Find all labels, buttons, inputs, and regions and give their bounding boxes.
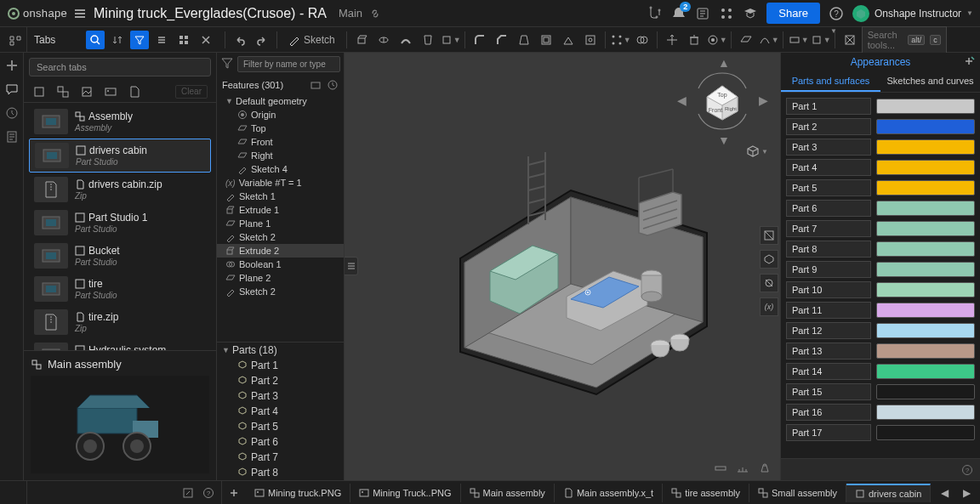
appearance-part-name[interactable]: Part 11 <box>786 302 871 319</box>
tab-item[interactable]: drivers cabin.zip Zip <box>29 173 211 206</box>
units-icon[interactable] <box>736 462 749 475</box>
branch-label[interactable]: Main <box>339 7 362 20</box>
tab-sketches-curves[interactable]: Sketches and curves <box>880 71 980 92</box>
view-cube[interactable]: Top Front Right ▲ ▼ ◀ ▶ <box>691 70 755 133</box>
extrude-button[interactable] <box>351 30 372 50</box>
bottom-tab[interactable]: Mining Truck..PNG <box>350 484 460 502</box>
cube-up-icon[interactable]: ▲ <box>718 56 730 70</box>
part-item[interactable]: Part 7 <box>217 450 344 465</box>
appearance-part-name[interactable]: Part 13 <box>786 343 871 360</box>
feature-item[interactable]: Plane 1 <box>217 217 344 230</box>
appearance-part-name[interactable]: Part 10 <box>786 281 871 298</box>
share-button[interactable]: Share <box>766 3 820 24</box>
filter-image-icon[interactable] <box>104 85 117 99</box>
filter-other-icon[interactable] <box>128 85 141 99</box>
tab-item[interactable]: Part Studio 1 Part Studio <box>29 207 211 239</box>
part-item[interactable]: Part 3 <box>217 388 344 404</box>
part-item[interactable]: Part 6 <box>217 434 344 450</box>
color-swatch[interactable] <box>876 282 975 297</box>
color-swatch[interactable] <box>876 364 975 379</box>
color-swatch[interactable] <box>876 119 975 134</box>
color-swatch[interactable] <box>876 139 975 155</box>
precision-icon[interactable] <box>714 462 727 475</box>
link-icon[interactable] <box>369 8 381 20</box>
appearance-part-name[interactable]: Part 12 <box>786 322 871 339</box>
appearance-part-name[interactable]: Part 3 <box>786 139 871 156</box>
appearance-part-name[interactable]: Part 1 <box>786 98 871 115</box>
cube-left-icon[interactable]: ◀ <box>677 93 687 107</box>
appearance-part-name[interactable]: Part 14 <box>786 363 871 380</box>
feature-item[interactable]: Sketch 1 <box>217 190 344 203</box>
appearance-part-name[interactable]: Part 15 <box>786 383 871 400</box>
feature-item[interactable]: Right <box>217 149 344 162</box>
tab-item[interactable]: Bucket Part Studio <box>29 240 211 272</box>
tab-item[interactable]: tire Part Studio <box>29 273 211 305</box>
comments-icon[interactable] <box>4 82 20 97</box>
viewport-3d[interactable]: Top Front Right ▲ ▼ ◀ ▶ ▼ (x) <box>345 53 780 480</box>
color-swatch[interactable] <box>876 384 975 399</box>
hole-button[interactable] <box>580 30 601 50</box>
feature-item[interactable]: Plane 2 <box>217 271 344 285</box>
regen-icon[interactable] <box>327 79 339 91</box>
feature-item[interactable]: Top <box>217 122 344 135</box>
fillet-button[interactable] <box>470 30 490 50</box>
tab-item[interactable]: drivers cabin Part Studio <box>29 139 211 173</box>
appearance-help-icon[interactable]: ? <box>961 464 973 476</box>
feature-item[interactable]: Sketch 2 <box>217 285 344 298</box>
revolve-button[interactable] <box>373 30 394 50</box>
rib-button[interactable] <box>558 30 578 50</box>
clear-filter-button[interactable]: Clear <box>175 85 208 99</box>
sketch-button[interactable]: Sketch <box>282 30 342 50</box>
feature-item[interactable]: Origin <box>217 108 344 122</box>
bottom-tab[interactable]: tire assembly <box>663 484 749 502</box>
modify-button[interactable]: ▼ <box>706 30 726 50</box>
isolate-icon[interactable] <box>760 274 778 292</box>
filter-partstudio-icon[interactable] <box>32 85 46 99</box>
appearance-part-name[interactable]: Part 7 <box>786 220 871 237</box>
bottom-tab[interactable]: Main assembly <box>461 484 555 502</box>
part-item[interactable]: Part 2 <box>217 373 344 388</box>
plane-button[interactable] <box>736 30 756 50</box>
frame-button[interactable] <box>840 30 860 50</box>
color-swatch[interactable] <box>876 405 975 420</box>
color-swatch[interactable] <box>876 180 975 195</box>
notifications-icon[interactable]: 2 <box>671 6 687 21</box>
cube-down-icon[interactable]: ▼ <box>718 133 730 147</box>
add-icon[interactable] <box>4 58 20 73</box>
bom-icon[interactable] <box>4 129 20 144</box>
mass-icon[interactable] <box>758 462 772 475</box>
versions-icon[interactable] <box>695 6 710 21</box>
list-view-icon[interactable] <box>152 31 171 49</box>
part-item[interactable]: Part 8 <box>217 465 344 480</box>
color-swatch[interactable] <box>876 221 975 236</box>
appearance-part-name[interactable]: Part 17 <box>786 424 871 441</box>
delete-button[interactable] <box>684 30 704 50</box>
scroll-right-icon[interactable]: ▶ <box>956 483 977 503</box>
draft-button[interactable] <box>514 30 534 50</box>
appearance-part-name[interactable]: Part 8 <box>786 241 871 258</box>
feature-item[interactable]: Front <box>217 135 344 149</box>
cube-right-icon[interactable]: ▶ <box>759 93 768 107</box>
tab-panel-expand-icon[interactable] <box>182 487 194 499</box>
tab-item[interactable]: Hydraulic system Part Studio <box>29 339 211 350</box>
feature-filter-input[interactable]: Filter by name or type <box>237 56 340 72</box>
redo-button[interactable] <box>252 30 272 50</box>
sheet-button[interactable]: ▼ <box>810 30 830 50</box>
undo-button[interactable] <box>230 30 250 50</box>
color-swatch[interactable] <box>876 343 975 359</box>
color-swatch[interactable] <box>876 323 975 338</box>
filter-icon[interactable] <box>130 31 149 49</box>
scroll-left-icon[interactable]: ◀ <box>934 483 954 503</box>
appearance-part-name[interactable]: Part 4 <box>786 159 871 176</box>
view-mode-icon[interactable] <box>760 250 778 269</box>
onshape-logo[interactable]: onshape <box>7 7 66 20</box>
tab-parts-surfaces[interactable]: Parts and surfaces <box>781 71 880 92</box>
rollback-icon[interactable] <box>310 79 322 91</box>
filter-assembly-icon[interactable] <box>56 85 70 99</box>
tab-panel-help-icon[interactable]: ? <box>202 487 214 499</box>
curve-button[interactable]: ▼ <box>758 30 778 50</box>
variable-icon[interactable]: (x) <box>760 297 778 316</box>
feature-item[interactable]: (x)Variable #T = 1 <box>217 176 344 190</box>
color-swatch[interactable] <box>876 201 975 216</box>
branch-icon[interactable] <box>647 6 663 21</box>
